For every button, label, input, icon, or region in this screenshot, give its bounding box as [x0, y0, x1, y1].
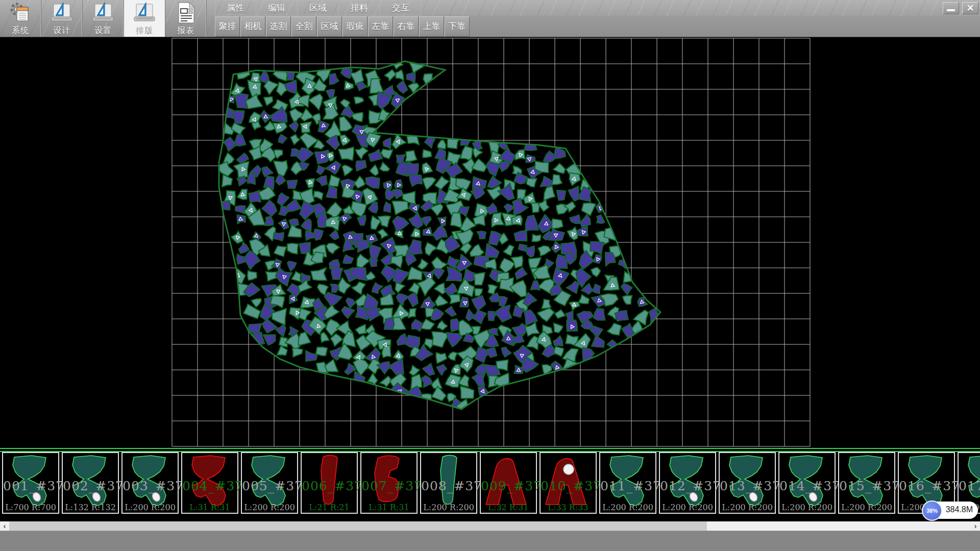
piece-id-label: 013_#37	[720, 479, 775, 493]
piece-lr-label: L:21 R:21	[302, 503, 357, 512]
close-icon: ✕	[966, 4, 974, 13]
piece-thumbnail-11[interactable]: 011_#37L:200 R:200	[599, 452, 656, 514]
piece-lr-label: L:31 R:31	[361, 503, 416, 512]
piece-lr-label: L:31 R:31	[182, 503, 237, 512]
piece-lr-label: L:132 R:132	[63, 503, 118, 512]
piece-id-label: 004_#37	[182, 479, 237, 493]
tab-label: 报表	[177, 26, 194, 36]
minimize-button[interactable]	[943, 2, 959, 14]
piece-lr-label: L:32 R:31	[481, 503, 536, 512]
minimize-icon	[947, 9, 955, 11]
tab-5[interactable]: 报表	[165, 0, 207, 37]
piece-id-label: 011_#37	[600, 479, 655, 493]
piece-id-label: 016_#37	[899, 479, 954, 493]
piece-id-label: 012_#37	[660, 479, 715, 493]
piece-thumbnail-3[interactable]: 003_#37L:200 R:200	[121, 452, 179, 514]
menu-bar: 属性编辑区域排料交互	[215, 1, 422, 15]
menu-item-3[interactable]: 区域	[298, 1, 339, 15]
piece-id-label: 008_#37	[421, 479, 476, 493]
piece-lr-label: L:200 R:200	[600, 503, 655, 512]
nesting-canvas[interactable]	[0, 37, 980, 448]
piece-thumbnail-8[interactable]: 008_#37L:200 R:200	[420, 452, 477, 514]
piece-thumbnail-10[interactable]: 010_#37L:33 R:33	[540, 452, 597, 514]
piece-id-label: 005_#37	[242, 479, 297, 493]
progress-circle: 38%	[922, 500, 942, 521]
piece-lr-label: L:200 R:200	[779, 503, 835, 512]
action-button-1[interactable]: 聚排	[215, 16, 240, 37]
scrollbar-thumb[interactable]	[9, 521, 707, 531]
action-button-9[interactable]: 上靠	[419, 16, 444, 37]
window-controls: ✕	[943, 2, 978, 14]
action-button-8[interactable]: 右靠	[394, 16, 419, 37]
piece-id-label: 003_#37	[122, 479, 178, 493]
ruler-laptop-icon	[91, 2, 115, 24]
ruler-laptop-icon	[132, 2, 157, 24]
main-toolbar: 系统设计设置排版报表 属性编辑区域排料交互 聚排相机选割全割区域瑕疵左靠右靠上靠…	[0, 0, 980, 37]
piece-lr-label: L:200 R:200	[242, 503, 297, 512]
piece-thumbnail-4[interactable]: 004_#37L:31 R:31	[181, 452, 238, 514]
action-button-bar: 聚排相机选割全割区域瑕疵左靠右靠上靠下靠	[215, 16, 470, 37]
menu-item-1[interactable]: 属性	[215, 1, 256, 15]
piece-lr-label: L:200 R:200	[122, 503, 178, 512]
action-button-2[interactable]: 相机	[240, 16, 265, 37]
nesting-app-window: 系统设计设置排版报表 属性编辑区域排料交互 聚排相机选割全割区域瑕疵左靠右靠上靠…	[0, 0, 980, 551]
tab-label: 设计	[53, 26, 70, 36]
piece-id-label: 015_#37	[839, 479, 894, 493]
menu-item-4[interactable]: 排料	[339, 1, 380, 15]
tab-label: 排版	[136, 26, 153, 36]
piece-thumbnail-5[interactable]: 005_#37L:200 R:200	[241, 452, 298, 514]
action-button-4[interactable]: 全割	[291, 16, 316, 37]
memory-value: 384.8M	[946, 505, 973, 514]
horizontal-scrollbar[interactable]: ‹ ›	[0, 521, 980, 531]
menu-item-5[interactable]: 交互	[380, 1, 422, 15]
action-button-10[interactable]: 下靠	[445, 16, 470, 37]
piece-thumbnail-1[interactable]: 001_#37L:700 R:700	[2, 452, 59, 514]
piece-lr-label: L:200 R:200	[839, 503, 894, 512]
tab-2[interactable]: 设计	[41, 0, 83, 37]
action-button-6[interactable]: 瑕疵	[342, 16, 368, 37]
action-button-3[interactable]: 选割	[266, 16, 291, 37]
scroll-left-arrow-icon[interactable]: ‹	[0, 521, 9, 531]
piece-thumbnail-15[interactable]: 015_#37L:200 R:200	[838, 452, 895, 514]
ruler-laptop-icon	[50, 2, 74, 24]
piece-thumbnail-9[interactable]: 009_#37L:32 R:31	[480, 452, 537, 514]
piece-id-label: 006_#37	[302, 479, 357, 493]
piece-id-label: 002_#37	[63, 479, 118, 493]
piece-thumbnail-12[interactable]: 012_#37L:200 R:200	[659, 452, 716, 514]
piece-id-label: 017_#37	[959, 479, 980, 493]
piece-thumbnail-14[interactable]: 014_#37L:200 R:200	[778, 452, 836, 514]
piece-lr-label: L:700 R:700	[3, 503, 58, 512]
action-button-5[interactable]: 区域	[317, 16, 342, 37]
piece-thumbnail-6[interactable]: 006_#37L:21 R:21	[301, 452, 358, 514]
piece-id-label: 009_#37	[481, 479, 536, 493]
action-button-7[interactable]: 左靠	[368, 16, 393, 37]
window-footer	[0, 531, 980, 551]
piece-gallery: 001_#37L:700 R:700002_#37L:132 R:132003_…	[0, 452, 980, 521]
report-document-icon	[175, 2, 197, 24]
piece-id-label: 001_#37	[3, 479, 58, 493]
piece-lr-label: L:200 R:200	[421, 503, 476, 512]
menu-item-2[interactable]: 编辑	[256, 1, 298, 15]
tab-1[interactable]: 系统	[0, 0, 41, 37]
strip-separator	[0, 448, 980, 452]
scroll-right-arrow-icon[interactable]: ›	[971, 521, 980, 531]
tab-3[interactable]: 设置	[83, 0, 124, 37]
piece-lr-label: L:33 R:33	[541, 503, 596, 512]
piece-thumbnail-7[interactable]: 007_#37L:31 R:31	[360, 452, 418, 514]
piece-thumbnail-13[interactable]: 013_#37L:200 R:200	[719, 452, 776, 514]
tab-label: 系统	[12, 26, 29, 36]
tab-4[interactable]: 排版	[124, 0, 165, 37]
piece-id-label: 010_#37	[541, 479, 596, 493]
progress-value: 38%	[926, 508, 938, 514]
close-button[interactable]: ✕	[962, 2, 978, 14]
main-tab-bar: 系统设计设置排版报表	[0, 0, 207, 37]
piece-thumbnail-2[interactable]: 002_#37L:132 R:132	[62, 452, 119, 514]
tab-label: 设置	[94, 26, 112, 36]
piece-id-label: 007_#37	[361, 479, 416, 493]
status-badge: 384.8M 38%	[922, 500, 978, 520]
gear-notebook-icon	[9, 2, 32, 24]
piece-lr-label: L:200 R:200	[720, 503, 775, 512]
piece-lr-label: L:200 R:200	[660, 503, 715, 512]
piece-id-label: 014_#37	[779, 479, 835, 493]
